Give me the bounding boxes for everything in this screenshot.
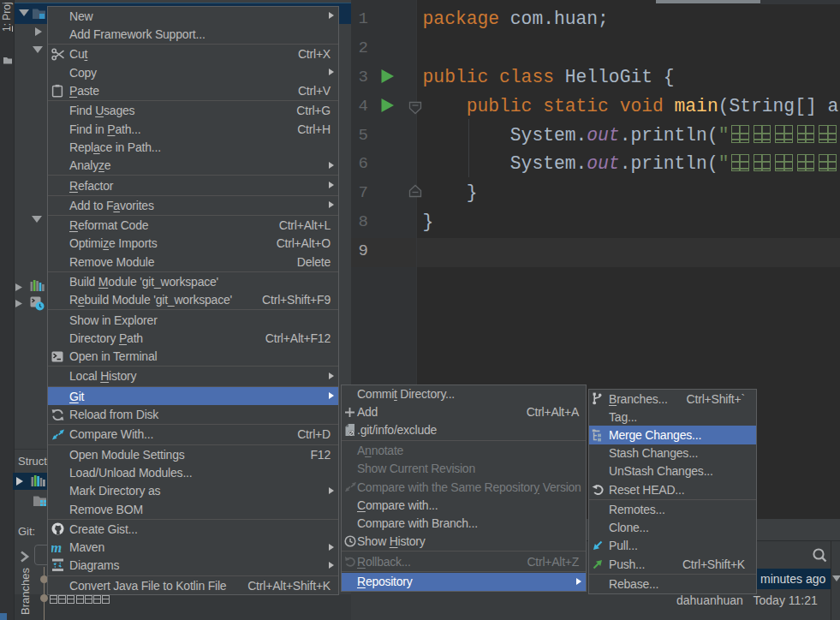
svg-text:m: m [51,541,62,554]
